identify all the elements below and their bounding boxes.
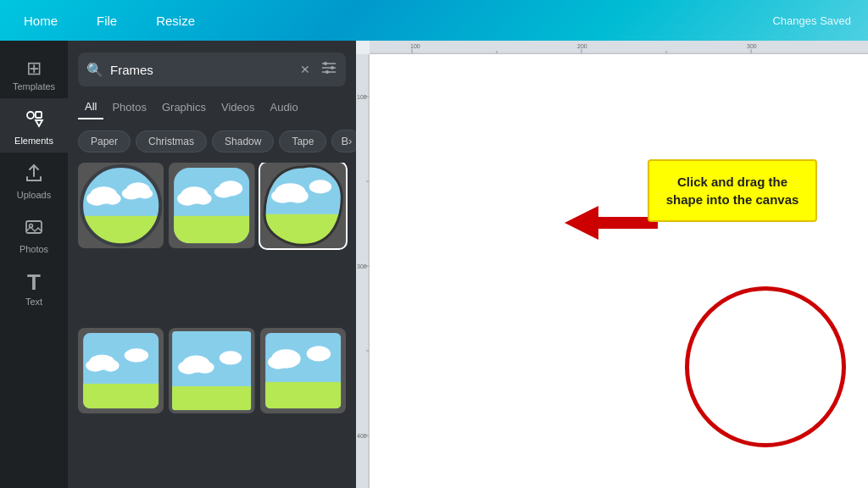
tab-videos[interactable]: Videos [214,96,262,119]
nav-file[interactable]: File [90,10,124,31]
chip-paper[interactable]: Paper [78,130,131,152]
svg-text:300: 300 [747,43,757,49]
frame-card-2[interactable] [169,163,254,248]
annotation-text: Click and drag the shape into the canvas [666,175,799,207]
svg-point-0 [27,112,34,119]
svg-point-53 [220,351,242,364]
sidebar-photos-label: Photos [19,244,48,254]
templates-icon: ⊞ [26,59,42,78]
search-icon: 🔍 [86,62,103,78]
elements-icon [24,108,44,132]
svg-text:400: 400 [357,433,367,439]
svg-text:100: 100 [410,43,420,49]
frame-card-4[interactable] [78,328,164,413]
annotation-arrow [565,202,658,244]
sidebar-item-photos[interactable]: Photos [0,207,68,261]
frames-grid [68,163,356,488]
filter-icon[interactable] [320,59,337,80]
nav-resize[interactable]: Resize [149,10,202,31]
uploads-icon [24,163,44,186]
save-status: Changes Saved [772,14,851,27]
svg-point-17 [103,192,120,204]
sidebar-uploads-label: Uploads [17,190,51,200]
frame-card-3[interactable] [260,163,346,248]
main-layout: ⊞ Templates Elements Uploads [0,41,868,488]
ruler-top: 100 200 300 [370,41,868,54]
svg-point-37 [309,180,331,193]
tab-audio[interactable]: Audio [263,96,304,119]
sidebar-templates-label: Templates [13,81,55,92]
svg-point-20 [137,188,153,198]
svg-point-9 [331,66,334,69]
search-input[interactable] [110,63,293,77]
top-navigation: Home File Resize Changes Saved [0,0,868,41]
svg-point-10 [326,70,329,74]
sidebar-elements-label: Elements [14,136,53,146]
svg-point-44 [102,359,119,371]
svg-point-45 [125,348,148,362]
svg-marker-1 [36,120,42,126]
chip-more-icon[interactable]: B› [331,130,356,152]
tab-photos[interactable]: Photos [105,96,153,119]
nav-home[interactable]: Home [17,10,64,31]
search-bar: 🔍 ✕ [78,53,346,86]
svg-point-28 [195,192,212,204]
text-icon: T [27,271,41,293]
sidebar-item-elements[interactable]: Elements [0,98,68,152]
canvas-white[interactable] [370,54,868,488]
sidebar-item-text[interactable]: T Text [0,261,68,313]
filter-tabs: All Photos Graphics Videos Audio [68,95,356,119]
svg-point-8 [324,62,327,65]
svg-rect-49 [169,386,254,413]
svg-point-52 [196,362,214,374]
svg-point-59 [268,355,288,369]
photos-icon [24,217,44,241]
svg-rect-2 [36,112,42,118]
sidebar-item-uploads[interactable]: Uploads [0,152,68,207]
frame-card-6[interactable] [260,328,346,413]
chip-christmas[interactable]: Christmas [136,130,207,152]
sidebar-item-templates[interactable]: ⊞ Templates [0,49,68,98]
ruler-left: 100 300 400 [356,54,370,488]
svg-point-30 [214,186,233,197]
annotation-box: Click and drag the shape into the canvas [648,159,817,222]
svg-point-60 [306,346,330,361]
svg-point-43 [86,359,104,371]
tab-graphics[interactable]: Graphics [155,96,213,119]
svg-text:300: 300 [357,263,367,269]
canvas-area[interactable]: 100 200 300 100 300 400 [356,41,868,488]
svg-marker-79 [565,206,658,240]
chip-shadow[interactable]: Shadow [212,130,274,152]
search-panel: 🔍 ✕ All Photos Graphics Videos Audio [68,41,356,488]
svg-text:200: 200 [577,43,587,49]
svg-point-36 [287,189,308,202]
search-clear-icon[interactable]: ✕ [300,63,310,76]
tab-all[interactable]: All [78,95,103,119]
svg-text:100: 100 [357,94,367,100]
sidebar-text-label: Text [25,297,42,307]
icon-sidebar: ⊞ Templates Elements Uploads [0,41,68,488]
frame-card-5[interactable] [169,328,254,413]
chip-tape[interactable]: Tape [279,130,326,152]
filter-chips: Paper Christmas Shadow Tape B› [68,130,356,152]
frame-card-1[interactable] [78,163,164,248]
